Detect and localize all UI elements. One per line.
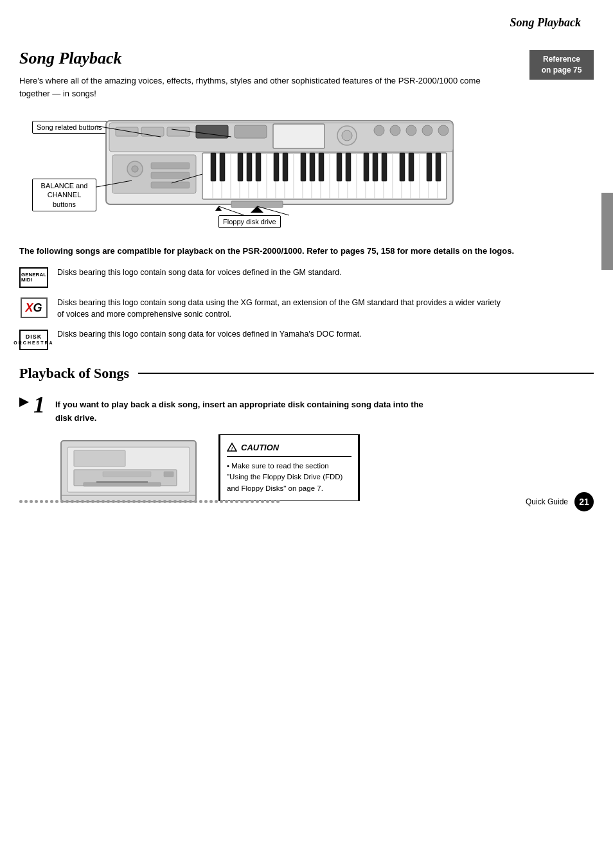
dot bbox=[66, 500, 69, 503]
svg-rect-66 bbox=[151, 172, 190, 179]
dot bbox=[122, 500, 125, 503]
dot bbox=[276, 500, 280, 503]
svg-rect-55 bbox=[373, 153, 378, 181]
svg-point-12 bbox=[406, 125, 416, 136]
intro-text: Here's where all of the amazing voices, … bbox=[19, 75, 482, 100]
caution-right-border bbox=[358, 435, 360, 500]
dot bbox=[107, 500, 110, 503]
keyboard-illustration bbox=[103, 111, 463, 220]
svg-rect-80 bbox=[164, 472, 173, 477]
dot bbox=[240, 500, 244, 503]
dot bbox=[91, 500, 94, 503]
diskstra-logo-icon: DISK ORCHESTRA bbox=[19, 328, 48, 351]
dot bbox=[19, 500, 22, 503]
side-tab bbox=[601, 193, 613, 270]
dot bbox=[76, 500, 79, 503]
svg-rect-43 bbox=[220, 153, 225, 181]
diskstra-logo-text: Disks bearing this logo contain song dat… bbox=[57, 328, 362, 341]
divider-line bbox=[138, 373, 594, 374]
logo-row-xg: XG Disks bearing this logo contain song … bbox=[19, 297, 594, 321]
svg-point-11 bbox=[390, 125, 400, 136]
dot bbox=[102, 500, 105, 503]
svg-rect-42 bbox=[211, 153, 216, 181]
svg-rect-53 bbox=[346, 153, 351, 181]
svg-rect-5 bbox=[196, 125, 228, 138]
keyboard-diagram: Song related buttons BALANCE and CHANNEL… bbox=[32, 111, 469, 233]
dot bbox=[168, 500, 172, 503]
xg-logo-icon: XG bbox=[19, 297, 48, 319]
page-number: 21 bbox=[574, 492, 594, 511]
svg-rect-54 bbox=[364, 153, 369, 181]
song-related-label: Song related buttons bbox=[32, 121, 107, 134]
svg-rect-48 bbox=[283, 153, 288, 181]
dot bbox=[230, 500, 233, 503]
caution-header: ! CAUTION bbox=[227, 441, 351, 457]
dot bbox=[55, 500, 58, 503]
dot bbox=[153, 500, 156, 503]
step-arrow: ▶ bbox=[19, 394, 28, 409]
dot bbox=[40, 500, 43, 503]
svg-rect-49 bbox=[301, 153, 306, 181]
page-title-top: Song Playback bbox=[19, 6, 594, 33]
dot bbox=[209, 500, 213, 503]
dot bbox=[199, 500, 202, 503]
section-title: Song Playback bbox=[19, 49, 594, 68]
svg-rect-44 bbox=[238, 153, 243, 181]
svg-rect-47 bbox=[274, 153, 279, 181]
gm-logo-text: Disks bearing this logo contain song dat… bbox=[57, 267, 342, 279]
step1-number: 1 bbox=[33, 393, 45, 416]
svg-rect-51 bbox=[319, 153, 324, 181]
svg-point-9 bbox=[342, 130, 352, 141]
caution-icon: ! bbox=[227, 442, 237, 452]
balance-channel-label: BALANCE and CHANNEL buttons bbox=[32, 179, 96, 211]
dot bbox=[204, 500, 208, 503]
dot bbox=[50, 500, 53, 503]
logo-row-diskstra: DISK ORCHESTRA Disks bearing this logo c… bbox=[19, 328, 594, 351]
dot bbox=[158, 500, 161, 503]
dot bbox=[266, 500, 269, 503]
svg-rect-59 bbox=[427, 153, 432, 181]
svg-point-14 bbox=[438, 125, 449, 136]
logo-row-gm: GENERALMIDI Disks bearing this logo cont… bbox=[19, 267, 594, 289]
svg-rect-56 bbox=[382, 153, 387, 181]
dot bbox=[251, 500, 254, 503]
svg-rect-6 bbox=[235, 125, 267, 138]
dot bbox=[215, 500, 218, 503]
dot bbox=[117, 500, 120, 503]
svg-rect-7 bbox=[273, 124, 324, 148]
svg-rect-81 bbox=[74, 450, 125, 466]
svg-rect-50 bbox=[310, 153, 315, 181]
svg-rect-60 bbox=[436, 153, 441, 181]
playback-section-divider: Playback of Songs bbox=[19, 365, 594, 382]
svg-rect-67 bbox=[151, 182, 190, 188]
dot bbox=[235, 500, 238, 503]
svg-rect-65 bbox=[151, 163, 190, 169]
dot bbox=[179, 500, 182, 503]
dot bbox=[143, 500, 146, 503]
caution-box: ! CAUTION • Make sure to read the sectio… bbox=[218, 434, 360, 501]
svg-rect-58 bbox=[409, 153, 414, 181]
dots-line bbox=[19, 500, 280, 503]
caution-left-border bbox=[218, 435, 220, 500]
dot bbox=[127, 500, 130, 503]
reference-line1: Reference bbox=[543, 55, 580, 64]
svg-rect-3 bbox=[141, 127, 164, 136]
svg-text:!: ! bbox=[231, 447, 233, 451]
xg-logo-text: Disks bearing this logo contain song dat… bbox=[57, 297, 507, 321]
svg-point-64 bbox=[132, 166, 138, 172]
quick-guide-label: Quick Guide bbox=[526, 497, 568, 506]
dot bbox=[35, 500, 38, 503]
dot bbox=[132, 500, 136, 503]
gm-logo-icon: GENERALMIDI bbox=[19, 267, 48, 289]
bottom-right: Quick Guide 21 bbox=[526, 492, 594, 511]
reference-line2: on page 75 bbox=[542, 66, 582, 75]
dot bbox=[245, 500, 249, 503]
dot bbox=[163, 500, 166, 503]
dot bbox=[148, 500, 151, 503]
dot bbox=[189, 500, 192, 503]
dot bbox=[96, 500, 100, 503]
dot bbox=[138, 500, 141, 503]
dot bbox=[256, 500, 259, 503]
dot bbox=[81, 500, 84, 503]
dot bbox=[45, 500, 48, 503]
